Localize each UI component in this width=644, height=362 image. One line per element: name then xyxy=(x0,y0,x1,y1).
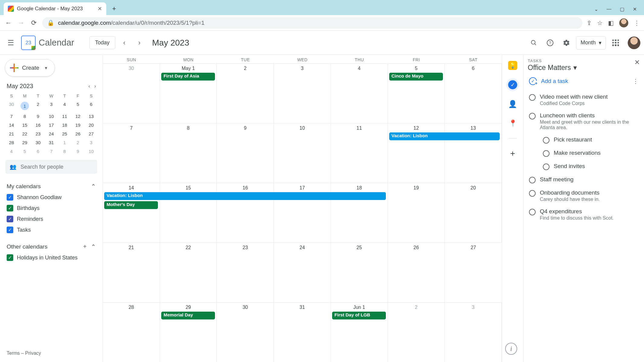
day-cell[interactable]: 30 xyxy=(103,64,160,123)
mini-day-cell[interactable]: 26 xyxy=(71,129,85,138)
calendar-item[interactable]: ✓Shannon Goodlaw xyxy=(7,192,96,203)
calendar-item[interactable]: ✓Tasks xyxy=(7,224,96,235)
day-cell[interactable]: 7 xyxy=(103,123,160,183)
mini-day-cell[interactable]: 8 xyxy=(58,147,71,156)
mini-day-cell[interactable]: 9 xyxy=(31,112,45,121)
info-icon[interactable]: i xyxy=(505,343,517,355)
mini-day-cell[interactable]: 5 xyxy=(18,147,31,156)
view-selector[interactable]: Month ▾ xyxy=(576,36,606,49)
reload-icon[interactable]: ⟳ xyxy=(30,19,38,27)
chevron-down-icon[interactable]: ⌄ xyxy=(594,6,598,12)
mini-day-cell[interactable]: 17 xyxy=(45,121,58,129)
next-month-icon[interactable]: › xyxy=(133,37,146,49)
day-cell[interactable]: 30 xyxy=(217,303,274,362)
new-tab-button[interactable]: + xyxy=(109,3,120,14)
mini-day-cell[interactable]: 7 xyxy=(45,147,58,156)
add-task-button[interactable]: ✓ Add a task ⋮ xyxy=(528,72,640,91)
subtask-item[interactable]: Send invites xyxy=(528,160,640,173)
day-cell[interactable]: 31 xyxy=(274,303,331,362)
task-radio[interactable] xyxy=(529,177,536,183)
my-calendars-title[interactable]: My calendars xyxy=(7,183,41,190)
day-cell[interactable]: 26 xyxy=(388,243,445,302)
day-cell[interactable]: 2 xyxy=(217,64,274,123)
add-calendar-icon[interactable]: + xyxy=(83,243,87,250)
day-cell[interactable]: 25 xyxy=(331,243,388,302)
day-cell[interactable]: 23 xyxy=(217,243,274,302)
maximize-icon[interactable]: ▢ xyxy=(620,6,624,12)
calendar-event[interactable]: Vacation: Lisbon xyxy=(104,192,386,200)
mini-day-cell[interactable]: 9 xyxy=(71,147,85,156)
main-menu-icon[interactable]: ☰ xyxy=(4,36,18,50)
calendar-event[interactable]: First Day of Asia xyxy=(161,73,215,81)
calendar-item[interactable]: ✓Reminders xyxy=(7,214,96,224)
add-rail-icon[interactable]: + xyxy=(510,149,515,158)
mini-day-cell[interactable]: 30 xyxy=(5,100,18,112)
day-cell[interactable]: 2 xyxy=(388,303,445,362)
task-item[interactable]: Q4 expendituresFind time to discuss this… xyxy=(528,205,640,224)
help-icon[interactable]: ? xyxy=(543,36,557,49)
mini-next-icon[interactable]: › xyxy=(94,83,96,89)
mini-day-cell[interactable]: 10 xyxy=(45,112,58,121)
mini-day-cell[interactable]: 6 xyxy=(85,100,98,112)
mini-day-cell[interactable]: 3 xyxy=(85,138,98,147)
day-cell[interactable]: 11 xyxy=(331,123,388,183)
mini-day-cell[interactable]: 2 xyxy=(31,100,45,112)
mini-day-cell[interactable]: 29 xyxy=(18,138,31,147)
day-cell[interactable]: 22 xyxy=(160,243,217,302)
browser-tab[interactable]: Google Calendar - May 2023 ✕ xyxy=(4,2,106,15)
mini-day-cell[interactable]: 30 xyxy=(31,138,45,147)
mini-day-cell[interactable]: 13 xyxy=(85,112,98,121)
mini-day-cell[interactable]: 4 xyxy=(58,100,71,112)
minimize-icon[interactable]: — xyxy=(607,6,611,12)
checkbox-icon[interactable]: ✓ xyxy=(7,194,13,201)
day-cell[interactable]: 8 xyxy=(160,123,217,183)
search-icon[interactable] xyxy=(527,36,540,49)
back-icon[interactable]: ← xyxy=(4,19,13,27)
mini-day-cell[interactable]: 14 xyxy=(5,121,18,129)
mini-day-cell[interactable]: 16 xyxy=(31,121,45,129)
task-radio[interactable] xyxy=(543,150,549,157)
mini-day-cell[interactable]: 21 xyxy=(5,129,18,138)
day-cell[interactable]: 3 xyxy=(445,303,502,362)
day-cell[interactable]: 28 xyxy=(103,303,160,362)
close-window-icon[interactable]: ✕ xyxy=(633,6,637,12)
mini-prev-icon[interactable]: ‹ xyxy=(88,83,90,89)
mini-day-cell[interactable]: 24 xyxy=(45,129,58,138)
tasks-more-icon[interactable]: ⋮ xyxy=(633,78,639,85)
mini-day-cell[interactable]: 4 xyxy=(5,147,18,156)
create-button[interactable]: Create ▼ xyxy=(5,59,55,77)
calendar-item[interactable]: ✓Holidays in United States xyxy=(7,252,96,263)
mini-day-cell[interactable]: 10 xyxy=(85,147,98,156)
terms-link[interactable]: Terms xyxy=(7,351,20,356)
calendar-item[interactable]: ✓Birthdays xyxy=(7,203,96,214)
mini-day-cell[interactable]: 1 xyxy=(18,100,31,112)
other-calendars-title[interactable]: Other calendars xyxy=(7,243,47,250)
calendar-event[interactable]: Mother's Day xyxy=(104,201,158,209)
keep-icon[interactable]: 💡 xyxy=(508,61,517,70)
task-item[interactable]: Luncheon with clientsMeet and greet with… xyxy=(528,109,640,133)
bookmark-icon[interactable]: ☆ xyxy=(597,19,603,27)
mini-day-cell[interactable]: 20 xyxy=(85,121,98,129)
day-cell[interactable]: 10 xyxy=(274,123,331,183)
mini-day-cell[interactable]: 28 xyxy=(5,138,18,147)
mini-day-cell[interactable]: 18 xyxy=(58,121,71,129)
close-tab-icon[interactable]: ✕ xyxy=(98,5,102,12)
checkbox-icon[interactable]: ✓ xyxy=(7,205,13,211)
task-radio[interactable] xyxy=(529,190,536,197)
mini-day-cell[interactable]: 22 xyxy=(18,129,31,138)
subtask-item[interactable]: Pick restaurant xyxy=(528,133,640,147)
day-cell[interactable]: 6 xyxy=(445,64,502,123)
search-people-input[interactable]: 👥 Search for people xyxy=(5,160,97,174)
settings-gear-icon[interactable] xyxy=(560,36,573,49)
mini-day-cell[interactable]: 2 xyxy=(71,138,85,147)
today-button[interactable]: Today xyxy=(89,36,115,49)
checkbox-icon[interactable]: ✓ xyxy=(7,254,13,261)
mini-day-cell[interactable]: 3 xyxy=(45,100,58,112)
checkbox-icon[interactable]: ✓ xyxy=(7,227,13,233)
mini-day-cell[interactable]: 6 xyxy=(31,147,45,156)
calendar-logo[interactable]: 23 xyxy=(21,36,36,50)
mini-day-cell[interactable]: 1 xyxy=(58,138,71,147)
collapse-icon[interactable]: ⌃ xyxy=(91,243,96,250)
task-radio[interactable] xyxy=(543,137,549,144)
task-radio[interactable] xyxy=(529,209,536,215)
